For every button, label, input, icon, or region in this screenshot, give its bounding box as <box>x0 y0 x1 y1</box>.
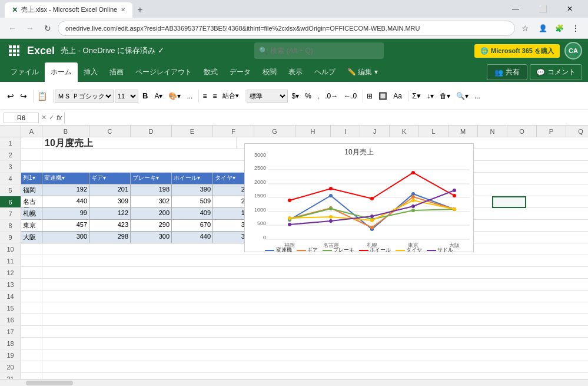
currency-btn[interactable]: $▾ <box>289 91 301 101</box>
percent-btn[interactable]: % <box>303 91 314 101</box>
cell-B8[interactable]: 457 <box>42 220 89 232</box>
col-header-J[interactable]: J <box>360 126 390 137</box>
col-header-M[interactable]: M <box>449 126 478 137</box>
more-font-btn[interactable]: ... <box>184 91 195 101</box>
new-tab-btn[interactable]: + <box>132 2 147 18</box>
cell-C4[interactable]: ギア▾ <box>89 173 131 184</box>
url-bar[interactable]: onedrive.live.com/edit.aspx?resid=AB3369… <box>58 21 515 36</box>
col-header-O[interactable]: O <box>507 126 537 137</box>
extensions-btn[interactable]: 🧩 <box>552 21 567 36</box>
formula-x-icon[interactable]: ✕ <box>41 114 46 121</box>
cell-styles-btn[interactable]: Aa <box>391 91 404 101</box>
more-edit-btn[interactable]: ... <box>472 91 483 101</box>
clipboard-btn[interactable]: 📋 <box>35 90 49 103</box>
row-num-13[interactable]: 13 <box>0 279 21 291</box>
cell-A1[interactable] <box>21 137 42 149</box>
minimize-btn[interactable]: — <box>502 0 529 18</box>
row-num-10[interactable]: 10 <box>0 243 21 255</box>
waffle-menu[interactable] <box>6 42 22 59</box>
tab-data[interactable]: データ <box>224 62 257 82</box>
cell-B6[interactable]: 440 <box>42 196 89 208</box>
cond-format-btn[interactable]: 🔲 <box>376 91 390 101</box>
cell-D6[interactable]: 302 <box>131 196 172 208</box>
excel-search-container[interactable]: 🔍 <box>254 42 384 59</box>
cell-B5[interactable]: 192 <box>42 184 89 196</box>
row-num-2[interactable]: 2 <box>0 149 21 161</box>
font-color-btn[interactable]: A▾ <box>152 91 165 101</box>
redo-btn[interactable]: ↪ <box>18 90 29 103</box>
row-num-9[interactable]: 9 <box>0 232 21 243</box>
cell-ref-input[interactable] <box>4 113 39 123</box>
col-header-E[interactable]: E <box>172 126 213 137</box>
cell-C9[interactable]: 298 <box>89 232 131 243</box>
cell-C6[interactable]: 309 <box>89 196 131 208</box>
row-num-3[interactable]: 3 <box>0 161 21 173</box>
row-num-17[interactable]: 17 <box>0 326 21 338</box>
forward-btn[interactable]: → <box>22 21 38 36</box>
tab-draw[interactable]: 描画 <box>104 62 129 82</box>
undo-btn[interactable]: ↩ <box>5 90 16 103</box>
cell-D7[interactable]: 200 <box>131 208 172 220</box>
increase-decimal-btn[interactable]: .0→ <box>323 91 340 101</box>
comment-btn[interactable]: 💬 コメント <box>530 64 582 80</box>
active-browser-tab[interactable]: ✕ 売上.xlsx - Microsoft Excel Online ✕ <box>5 2 132 18</box>
col-header-F[interactable]: F <box>213 126 254 137</box>
tab-home[interactable]: ホーム <box>45 62 78 82</box>
col-header-H[interactable]: H <box>295 126 331 137</box>
bookmark-btn[interactable]: ☆ <box>517 21 533 36</box>
menu-btn[interactable]: ⋮ <box>568 21 583 36</box>
row-num-6[interactable]: 6 <box>0 196 21 208</box>
row-num-14[interactable]: 14 <box>0 291 21 302</box>
tab-pagelayout[interactable]: ページレイアウト <box>129 62 198 82</box>
back-btn[interactable]: ← <box>5 21 20 36</box>
col-header-Q[interactable]: Q <box>566 126 588 137</box>
cell-D9[interactable]: 300 <box>131 232 172 243</box>
row-num-18[interactable]: 18 <box>0 338 21 349</box>
col-header-A[interactable]: A <box>21 126 42 137</box>
reload-btn[interactable]: ↻ <box>40 21 55 36</box>
cell-E5[interactable]: 390 <box>172 184 213 196</box>
tab-review[interactable]: 校閲 <box>257 62 283 82</box>
cell-A5[interactable]: 福岡 <box>21 184 42 196</box>
tab-view[interactable]: 表示 <box>283 62 308 82</box>
fill-btn[interactable]: ↓▾ <box>424 91 436 101</box>
cell-B7[interactable]: 99 <box>42 208 89 220</box>
table-btn[interactable]: ⊞ <box>364 91 375 101</box>
bold-btn[interactable]: B <box>139 90 151 101</box>
align-left-btn[interactable]: ≡ <box>200 91 209 101</box>
row-num-4[interactable]: 4 <box>0 173 21 184</box>
excel-search-input[interactable] <box>270 47 370 55</box>
cell-E4[interactable]: ホイール▾ <box>172 173 213 184</box>
cell-A9[interactable]: 大阪 <box>21 232 42 243</box>
clear-btn[interactable]: 🗑▾ <box>437 91 453 101</box>
fill-color-btn[interactable]: 🎨▾ <box>166 91 183 101</box>
maximize-btn[interactable]: ⬜ <box>529 0 556 18</box>
cell-C8[interactable]: 423 <box>89 220 131 232</box>
col-header-K[interactable]: K <box>390 126 419 137</box>
merge-btn[interactable]: 結合▾ <box>220 90 241 101</box>
row-num-16[interactable]: 16 <box>0 314 21 326</box>
cell-B4[interactable]: 変速機▾ <box>42 173 89 184</box>
row-num-21[interactable]: 21 <box>0 373 21 379</box>
col-header-I[interactable]: I <box>331 126 360 137</box>
sum-btn[interactable]: Σ▾ <box>410 90 423 101</box>
cell-A7[interactable]: 札幌 <box>21 208 42 220</box>
col-header-D[interactable]: D <box>131 126 172 137</box>
cell-A6[interactable]: 名古屋 <box>21 196 42 208</box>
tab-edit[interactable]: ✏️ 編集 ▾ <box>341 62 384 82</box>
chart-container[interactable]: 10月売上 0 500 1000 1500 2000 2500 3000 福岡 <box>244 143 474 252</box>
tab-formula[interactable]: 数式 <box>198 62 224 82</box>
tab-close-btn[interactable]: ✕ <box>121 6 125 13</box>
cell-D8[interactable]: 290 <box>131 220 172 232</box>
font-family-select[interactable]: ＭＳ Ｐゴシック <box>55 90 114 103</box>
cell-C5[interactable]: 201 <box>89 184 131 196</box>
close-btn[interactable]: ✕ <box>556 0 583 18</box>
row-num-15[interactable]: 15 <box>0 302 21 314</box>
row-num-5[interactable]: 5 <box>0 184 21 196</box>
col-header-B[interactable]: B <box>42 126 89 137</box>
user-avatar[interactable]: CA <box>564 42 582 60</box>
formula-fx-icon[interactable]: fx <box>57 114 62 122</box>
cell-C7[interactable]: 122 <box>89 208 131 220</box>
row-num-11[interactable]: 11 <box>0 255 21 267</box>
h-scrollbar[interactable] <box>0 379 588 386</box>
